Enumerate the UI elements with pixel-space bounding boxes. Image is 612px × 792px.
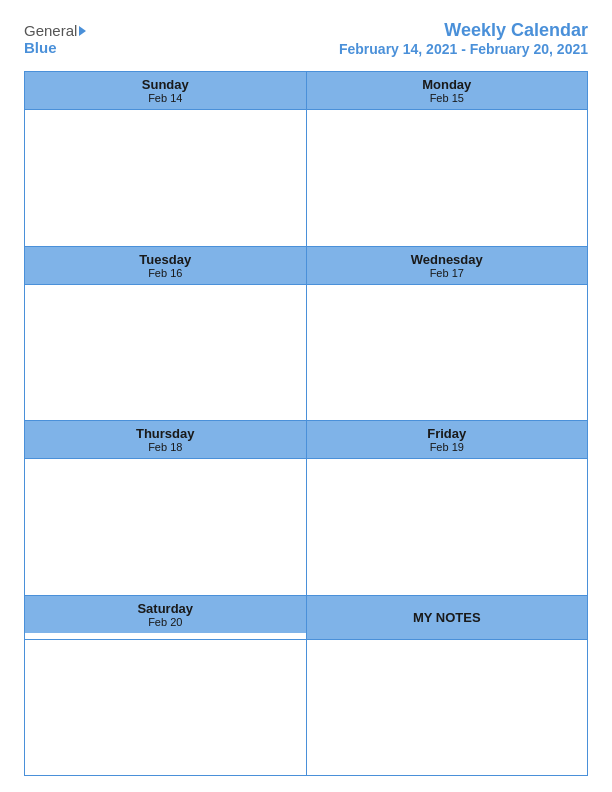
calendar-row-2-content — [25, 285, 587, 422]
day-name-sunday: Sunday — [25, 77, 306, 92]
notes-writing-area — [307, 640, 588, 776]
day-header-monday: Monday Feb 15 — [307, 72, 588, 109]
day-cell-tuesday: Tuesday Feb 16 — [25, 247, 307, 284]
logo-general: General — [24, 22, 77, 39]
logo-blue: Blue — [24, 39, 57, 56]
saturday-content-area — [25, 640, 306, 776]
day-cell-sunday: Sunday Feb 14 — [25, 72, 307, 109]
calendar-row-4-content — [25, 640, 587, 776]
calendar-grid: Sunday Feb 14 Monday Feb 15 — [24, 71, 588, 776]
day-content-tuesday — [25, 285, 307, 421]
day-name-wednesday: Wednesday — [307, 252, 588, 267]
day-cell-notes: MY NOTES — [307, 596, 588, 639]
wednesday-content-area — [307, 285, 588, 421]
day-date-wednesday: Feb 17 — [307, 267, 588, 279]
day-content-saturday — [25, 640, 307, 776]
header: General Blue Weekly Calendar February 14… — [24, 20, 588, 57]
calendar-row-1: Sunday Feb 14 Monday Feb 15 — [25, 72, 587, 110]
day-content-friday — [307, 459, 588, 595]
tuesday-content-area — [25, 285, 306, 421]
day-cell-friday: Friday Feb 19 — [307, 421, 588, 458]
day-date-friday: Feb 19 — [307, 441, 588, 453]
day-name-monday: Monday — [307, 77, 588, 92]
notes-label: MY NOTES — [413, 610, 481, 625]
day-header-saturday: Saturday Feb 20 — [25, 596, 306, 633]
calendar-date-range: February 14, 2021 - February 20, 2021 — [339, 41, 588, 57]
day-header-wednesday: Wednesday Feb 17 — [307, 247, 588, 284]
day-name-saturday: Saturday — [25, 601, 306, 616]
day-header-thursday: Thursday Feb 18 — [25, 421, 306, 458]
day-content-sunday — [25, 110, 307, 246]
calendar-row-3-content — [25, 459, 587, 596]
calendar-row-4: Saturday Feb 20 MY NOTES — [25, 596, 587, 640]
day-cell-thursday: Thursday Feb 18 — [25, 421, 307, 458]
day-date-sunday: Feb 14 — [25, 92, 306, 104]
day-name-friday: Friday — [307, 426, 588, 441]
day-cell-saturday: Saturday Feb 20 — [25, 596, 307, 639]
day-content-thursday — [25, 459, 307, 595]
day-date-tuesday: Feb 16 — [25, 267, 306, 279]
day-date-monday: Feb 15 — [307, 92, 588, 104]
day-cell-wednesday: Wednesday Feb 17 — [307, 247, 588, 284]
day-name-tuesday: Tuesday — [25, 252, 306, 267]
calendar-row-1-content — [25, 110, 587, 247]
sunday-content-area — [25, 110, 306, 246]
calendar-row-3: Thursday Feb 18 Friday Feb 19 — [25, 421, 587, 459]
calendar-row-2: Tuesday Feb 16 Wednesday Feb 17 — [25, 247, 587, 285]
day-header-tuesday: Tuesday Feb 16 — [25, 247, 306, 284]
notes-header: MY NOTES — [307, 596, 588, 639]
page: General Blue Weekly Calendar February 14… — [0, 0, 612, 792]
monday-content-area — [307, 110, 588, 246]
friday-content-area — [307, 459, 588, 595]
day-header-sunday: Sunday Feb 14 — [25, 72, 306, 109]
logo-triangle-icon — [79, 26, 86, 36]
day-content-monday — [307, 110, 588, 246]
day-cell-monday: Monday Feb 15 — [307, 72, 588, 109]
day-date-thursday: Feb 18 — [25, 441, 306, 453]
notes-content-area — [307, 640, 588, 776]
thursday-content-area — [25, 459, 306, 595]
header-right: Weekly Calendar February 14, 2021 - Febr… — [339, 20, 588, 57]
calendar-title: Weekly Calendar — [339, 20, 588, 41]
day-date-saturday: Feb 20 — [25, 616, 306, 628]
day-header-friday: Friday Feb 19 — [307, 421, 588, 458]
day-name-thursday: Thursday — [25, 426, 306, 441]
logo: General Blue — [24, 22, 86, 56]
day-content-wednesday — [307, 285, 588, 421]
